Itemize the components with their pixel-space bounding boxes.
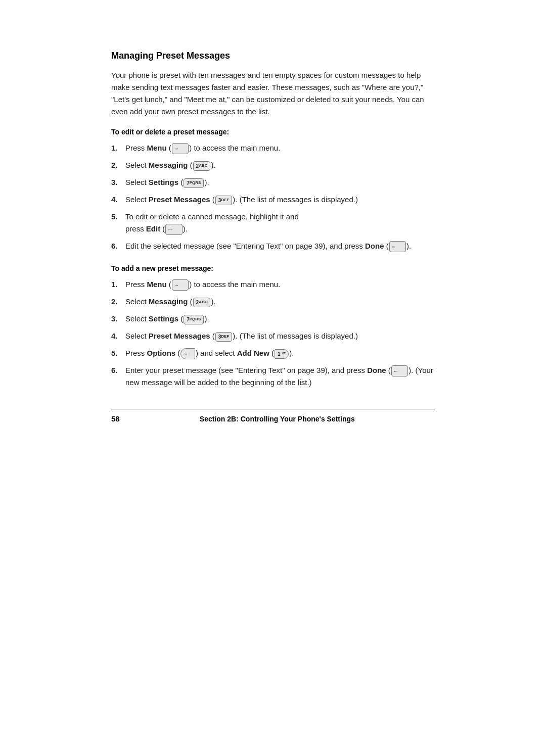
step-number: 5. [111,211,123,223]
step-number: 5. [111,347,123,359]
step-content: Select Messaging (2ABC). [125,296,435,308]
step-number: 1. [111,278,123,291]
3def-icon: 3DEF [215,196,233,205]
step-content: Press Options ( ) and select Add New (1 … [125,347,435,359]
step-bold: Add New [237,349,269,357]
section-title: Managing Preset Messages [111,51,435,61]
step-content: Select Preset Messages (3DEF). (The list… [125,194,435,206]
step-bold: Messaging [149,297,188,306]
page-number: 58 [111,414,120,423]
1-icon: 1 ☞ [275,349,289,359]
step-number: 4. [111,194,123,206]
list-item: 3. Select Settings (7PQRS). [111,313,435,325]
3def-icon: 3DEF [215,332,233,342]
list-item: 5. To edit or delete a canned message, h… [111,211,435,235]
step-number: 3. [111,313,123,325]
list-item: 2. Select Messaging (2ABC). [111,296,435,308]
step-bold: Done [365,242,384,250]
list-item: 6. Enter your preset message (see "Enter… [111,364,435,389]
step-bold: Edit [146,224,160,233]
section2-heading: To add a new preset message: [111,264,435,272]
list-item: 6. Edit the selected message (see "Enter… [111,240,435,252]
2abc-icon: 2ABC [193,161,211,171]
step-content: Press Menu ( ) to access the main menu. [125,278,435,291]
step-bold: Options [147,349,176,357]
list-item: 2. Select Messaging (2ABC). [111,159,435,171]
list-item: 4. Select Preset Messages (3DEF). (The l… [111,330,435,342]
list-item: 1. Press Menu ( ) to access the main men… [111,278,435,291]
step-bold: Preset Messages [149,332,210,340]
step-content: Enter your preset message (see "Entering… [125,364,435,389]
step-bold: Messaging [149,161,188,169]
step-number: 2. [111,159,123,171]
step-number: 6. [111,364,123,376]
footer-section-label: Section 2B: Controlling Your Phone's Set… [120,415,435,423]
intro-paragraph: Your phone is preset with ten messages a… [111,69,435,118]
done-icon [389,241,406,252]
step-bold: Menu [147,280,167,289]
menu-icon [172,279,189,291]
step-bold: Menu [147,144,167,152]
step-content: Select Messaging (2ABC). [125,159,435,171]
7pqrs-icon: 7PQRS [184,178,204,188]
step-number: 6. [111,240,123,252]
step-content: Edit the selected message (see "Entering… [125,240,435,252]
page-content: Managing Preset Messages Your phone is p… [81,30,465,443]
step-content: Select Preset Messages (3DEF). (The list… [125,330,435,342]
section1-heading: To edit or delete a preset message: [111,128,435,136]
list-item: 1. Press Menu ( ) to access the main men… [111,142,435,154]
done-icon [391,365,408,376]
step-bold: Settings [149,314,178,323]
2abc-icon: 2ABC [193,298,211,307]
step-number: 3. [111,176,123,188]
step-number: 1. [111,142,123,154]
list-item: 3. Select Settings (7PQRS). [111,176,435,188]
step-content: Press Menu ( ) to access the main menu. [125,142,435,154]
step-content: Select Settings (7PQRS). [125,313,435,325]
page-footer: 58 Section 2B: Controlling Your Phone's … [111,409,435,423]
step-bold: Done [367,366,386,374]
7pqrs-icon: 7PQRS [184,315,204,324]
section2-list: 1. Press Menu ( ) to access the main men… [111,278,435,389]
step-bold: Settings [149,178,178,186]
options-icon [180,348,195,359]
list-item: 4. Select Preset Messages (3DEF). (The l… [111,194,435,206]
step-number: 4. [111,330,123,342]
edit-icon [165,224,182,235]
list-item: 5. Press Options ( ) and select Add New … [111,347,435,359]
menu-icon [172,143,189,154]
section1-list: 1. Press Menu ( ) to access the main men… [111,142,435,252]
step-bold: Preset Messages [149,195,210,204]
step-content: Select Settings (7PQRS). [125,176,435,188]
step-content: To edit or delete a canned message, high… [125,211,435,235]
step-number: 2. [111,296,123,308]
